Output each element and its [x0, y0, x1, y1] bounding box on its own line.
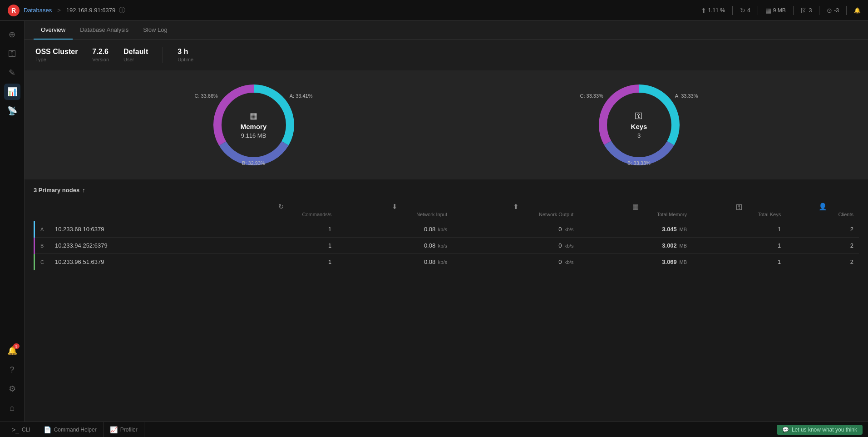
cli-icon: >_: [12, 426, 19, 433]
node-label: B: [35, 238, 49, 254]
feedback-button[interactable]: 💬 Let us know what you think: [777, 425, 863, 435]
table-header-columns: ↻ Commands/s ⬇ Network Input ⬆ Network O…: [35, 199, 859, 221]
tab-overview[interactable]: Overview: [34, 21, 73, 40]
net-out-col-icon: ⬆: [458, 203, 573, 211]
profiler-icon: 📈: [110, 426, 118, 433]
command-helper-icon: 📄: [44, 426, 51, 433]
keys-center-value: 3: [637, 132, 641, 139]
pubsub-icon: 📡: [7, 106, 17, 116]
node-label: A: [35, 221, 49, 238]
cluster-version-label: Version: [92, 57, 109, 62]
node-clients: 2: [786, 254, 859, 270]
main-layout: ⊕ ⚿ ✎ 📊 📡 🔔 3 ? ⚙ ⌂: [0, 21, 868, 422]
cluster-type-label: Type: [35, 57, 78, 62]
memory-center-title: Memory: [241, 123, 267, 130]
analysis-icon: 📊: [7, 87, 17, 97]
keys-label-a: A: 33.33%: [675, 93, 698, 99]
cluster-uptime-value: 3 h: [178, 48, 193, 56]
help-icon: ?: [10, 365, 14, 375]
memory-label-b: B: 32.93%: [242, 160, 265, 166]
sidebar: ⊕ ⚿ ✎ 📊 📡 🔔 3 ? ⚙ ⌂: [0, 21, 25, 422]
command-helper-tab[interactable]: 📄 Command Helper: [37, 422, 104, 437]
add-db-icon: ⊕: [9, 30, 15, 40]
memory-label-c: C: 33.66%: [195, 93, 218, 99]
sidebar-item-notifications[interactable]: 🔔 3: [4, 343, 20, 359]
commands-stat: ↻ 4: [740, 7, 750, 14]
table-section: 3 Primary nodes ↑ ↻ Commands/s ⬇: [25, 179, 868, 422]
table-row: B 10.233.94.252:6379 1 0.08 kb/s 0 kb/s …: [35, 238, 859, 254]
sidebar-item-browse[interactable]: ⚿: [4, 45, 20, 62]
sidebar-item-add[interactable]: ⊕: [4, 26, 20, 43]
profiler-tab[interactable]: 📈 Profiler: [104, 422, 144, 437]
keys-donut-center: ⚿ Keys 3: [631, 111, 647, 139]
sidebar-item-home[interactable]: ⌂: [4, 400, 20, 416]
memory-label-a: A: 33.41%: [290, 93, 313, 99]
topbar-left: R Databases > 192.168.9.91:6379 ⓘ: [7, 4, 125, 17]
memory-center-icon: ▦: [250, 111, 257, 121]
col-net-out: ⬆ Network Output: [453, 199, 579, 221]
bottom-right: 💬 Let us know what you think: [777, 425, 863, 435]
table-title: 3 Primary nodes ↑: [34, 187, 85, 194]
total-memory-col-icon: ▦: [584, 203, 687, 211]
tab-database-analysis[interactable]: Database Analysis: [73, 21, 136, 40]
commands-col-icon: ↻: [231, 203, 331, 211]
tab-slow-log[interactable]: Slow Log: [136, 21, 174, 40]
node-net-out: 0 kb/s: [453, 238, 579, 254]
notification-topbar[interactable]: 🔔: [854, 7, 861, 14]
app-logo[interactable]: R: [7, 4, 20, 17]
node-clients: 2: [786, 221, 859, 238]
node-net-in: 0.08 kb/s: [337, 238, 453, 254]
node-net-in: 0.08 kb/s: [337, 221, 453, 238]
charts-section: ▦ Memory 9.116 MB A: 33.41% B: 32.93% C:…: [25, 70, 868, 179]
sidebar-item-settings[interactable]: ⚙: [4, 381, 20, 397]
browse-icon: ⚿: [8, 49, 16, 59]
cpu-stat: ⬆ 1.11 %: [701, 7, 725, 14]
sidebar-item-analysis[interactable]: 📊: [4, 84, 20, 100]
bell-icon[interactable]: 🔔: [854, 7, 861, 14]
node-memory: 3.045 MB: [579, 221, 692, 238]
keys-label-b: B: 33.33%: [627, 160, 651, 166]
table-row: A 10.233.68.10:6379 1 0.08 kb/s 0 kb/s 3…: [35, 221, 859, 238]
tabs-bar: Overview Database Analysis Slow Log: [25, 21, 868, 40]
table-header-row: 3 Primary nodes ↑: [34, 187, 859, 194]
cli-tab[interactable]: >_ CLI: [5, 422, 37, 437]
info-divider: [163, 47, 163, 63]
memory-icon: ▦: [765, 7, 771, 14]
col-clients: 👤 Clients: [786, 199, 859, 221]
clients-col-icon: 👤: [792, 203, 853, 211]
col-ip: [49, 199, 225, 221]
divider-4: [819, 6, 819, 15]
notifications-badge: 3: [13, 343, 19, 349]
cluster-type-item: OSS Cluster Type: [35, 48, 78, 62]
keys-center-icon: ⚿: [635, 111, 643, 121]
info-icon[interactable]: ⓘ: [119, 6, 125, 15]
commands-icon: ↻: [740, 7, 745, 14]
node-keys: 1: [692, 221, 786, 238]
clients-topbar-stat: ⊙ -3: [827, 7, 839, 14]
col-net-in: ⬇ Network Input: [337, 199, 453, 221]
sort-icon[interactable]: ↑: [82, 187, 85, 194]
node-ip: 10.233.68.10:6379: [49, 221, 225, 238]
divider-2: [758, 6, 758, 15]
sidebar-item-help[interactable]: ?: [4, 362, 20, 378]
cpu-icon: ⬆: [701, 7, 706, 14]
breadcrumb-databases[interactable]: Databases: [24, 7, 52, 14]
nodes-table: ↻ Commands/s ⬇ Network Input ⬆ Network O…: [34, 199, 859, 270]
settings-icon: ⚙: [9, 384, 16, 394]
keys-donut-wrapper: ⚿ Keys 3 A: 33.33% B: 33.33% C: 33.33%: [594, 79, 685, 170]
table-body: A 10.233.68.10:6379 1 0.08 kb/s 0 kb/s 3…: [35, 221, 859, 270]
bottom-bar: >_ CLI 📄 Command Helper 📈 Profiler 💬 Let…: [0, 422, 868, 437]
cluster-info-row: OSS Cluster Type 7.2.6 Version Default U…: [25, 40, 868, 70]
keys-topbar-stat: ⚿ 3: [801, 7, 812, 14]
sidebar-bottom: 🔔 3 ? ⚙ ⌂: [4, 343, 20, 416]
node-commands: 1: [225, 254, 337, 270]
workbench-icon: ✎: [9, 68, 15, 78]
breadcrumb-separator: >: [57, 7, 61, 14]
keys-topbar-icon: ⚿: [801, 7, 807, 14]
sidebar-item-workbench[interactable]: ✎: [4, 65, 20, 81]
clients-topbar-icon: ⊙: [827, 7, 832, 14]
cluster-user-value: Default: [123, 48, 148, 56]
memory-topbar-stat: ▦ 9 MB: [765, 7, 786, 14]
net-in-col-icon: ⬇: [342, 203, 447, 211]
sidebar-item-pubsub[interactable]: 📡: [4, 103, 20, 119]
